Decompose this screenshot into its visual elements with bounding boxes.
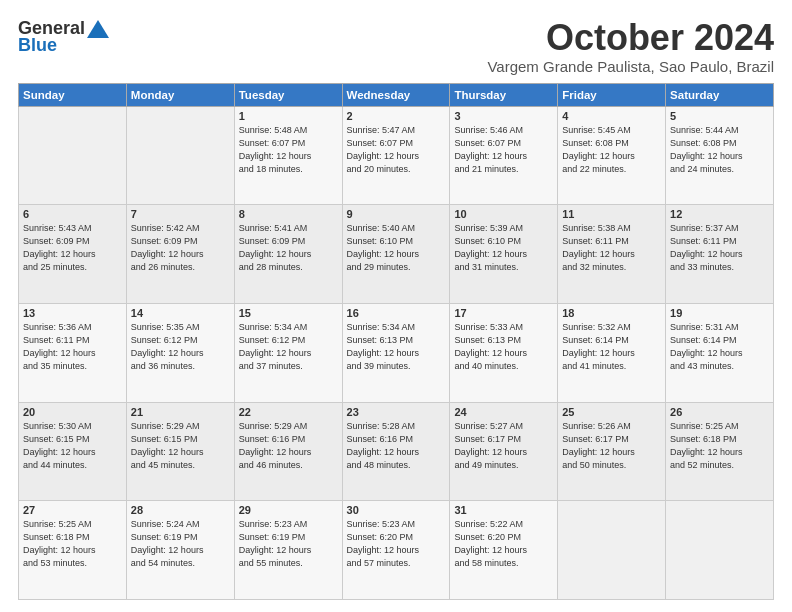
day-cell: 4Sunrise: 5:45 AM Sunset: 6:08 PM Daylig… (558, 106, 666, 205)
day-info: Sunrise: 5:31 AM Sunset: 6:14 PM Dayligh… (670, 321, 769, 373)
day-cell: 17Sunrise: 5:33 AM Sunset: 6:13 PM Dayli… (450, 303, 558, 402)
week-row-3: 13Sunrise: 5:36 AM Sunset: 6:11 PM Dayli… (19, 303, 774, 402)
day-cell: 15Sunrise: 5:34 AM Sunset: 6:12 PM Dayli… (234, 303, 342, 402)
day-header-saturday: Saturday (666, 83, 774, 106)
day-number: 14 (131, 307, 230, 319)
day-info: Sunrise: 5:42 AM Sunset: 6:09 PM Dayligh… (131, 222, 230, 274)
location-title: Vargem Grande Paulista, Sao Paulo, Brazi… (487, 58, 774, 75)
calendar-header-row: SundayMondayTuesdayWednesdayThursdayFrid… (19, 83, 774, 106)
day-number: 24 (454, 406, 553, 418)
day-cell: 12Sunrise: 5:37 AM Sunset: 6:11 PM Dayli… (666, 205, 774, 304)
svg-marker-0 (87, 20, 109, 38)
day-number: 11 (562, 208, 661, 220)
day-cell: 16Sunrise: 5:34 AM Sunset: 6:13 PM Dayli… (342, 303, 450, 402)
day-number: 17 (454, 307, 553, 319)
day-cell (666, 501, 774, 600)
day-info: Sunrise: 5:35 AM Sunset: 6:12 PM Dayligh… (131, 321, 230, 373)
day-info: Sunrise: 5:25 AM Sunset: 6:18 PM Dayligh… (670, 420, 769, 472)
day-cell: 3Sunrise: 5:46 AM Sunset: 6:07 PM Daylig… (450, 106, 558, 205)
calendar-table: SundayMondayTuesdayWednesdayThursdayFrid… (18, 83, 774, 600)
logo-icon (87, 20, 109, 38)
day-cell: 11Sunrise: 5:38 AM Sunset: 6:11 PM Dayli… (558, 205, 666, 304)
day-cell: 14Sunrise: 5:35 AM Sunset: 6:12 PM Dayli… (126, 303, 234, 402)
day-cell: 25Sunrise: 5:26 AM Sunset: 6:17 PM Dayli… (558, 402, 666, 501)
day-info: Sunrise: 5:47 AM Sunset: 6:07 PM Dayligh… (347, 124, 446, 176)
day-cell: 19Sunrise: 5:31 AM Sunset: 6:14 PM Dayli… (666, 303, 774, 402)
week-row-1: 1Sunrise: 5:48 AM Sunset: 6:07 PM Daylig… (19, 106, 774, 205)
day-cell: 9Sunrise: 5:40 AM Sunset: 6:10 PM Daylig… (342, 205, 450, 304)
day-number: 27 (23, 504, 122, 516)
day-cell: 28Sunrise: 5:24 AM Sunset: 6:19 PM Dayli… (126, 501, 234, 600)
day-info: Sunrise: 5:23 AM Sunset: 6:19 PM Dayligh… (239, 518, 338, 570)
day-cell: 2Sunrise: 5:47 AM Sunset: 6:07 PM Daylig… (342, 106, 450, 205)
day-number: 28 (131, 504, 230, 516)
day-number: 16 (347, 307, 446, 319)
day-cell: 21Sunrise: 5:29 AM Sunset: 6:15 PM Dayli… (126, 402, 234, 501)
day-number: 3 (454, 110, 553, 122)
day-info: Sunrise: 5:24 AM Sunset: 6:19 PM Dayligh… (131, 518, 230, 570)
month-title: October 2024 (487, 18, 774, 58)
day-info: Sunrise: 5:30 AM Sunset: 6:15 PM Dayligh… (23, 420, 122, 472)
day-number: 1 (239, 110, 338, 122)
day-number: 4 (562, 110, 661, 122)
day-info: Sunrise: 5:34 AM Sunset: 6:12 PM Dayligh… (239, 321, 338, 373)
day-number: 31 (454, 504, 553, 516)
title-section: October 2024 Vargem Grande Paulista, Sao… (487, 18, 774, 75)
day-cell: 26Sunrise: 5:25 AM Sunset: 6:18 PM Dayli… (666, 402, 774, 501)
day-info: Sunrise: 5:33 AM Sunset: 6:13 PM Dayligh… (454, 321, 553, 373)
day-cell: 6Sunrise: 5:43 AM Sunset: 6:09 PM Daylig… (19, 205, 127, 304)
day-number: 20 (23, 406, 122, 418)
day-header-monday: Monday (126, 83, 234, 106)
day-header-thursday: Thursday (450, 83, 558, 106)
day-info: Sunrise: 5:26 AM Sunset: 6:17 PM Dayligh… (562, 420, 661, 472)
day-info: Sunrise: 5:36 AM Sunset: 6:11 PM Dayligh… (23, 321, 122, 373)
day-number: 13 (23, 307, 122, 319)
day-info: Sunrise: 5:28 AM Sunset: 6:16 PM Dayligh… (347, 420, 446, 472)
day-info: Sunrise: 5:38 AM Sunset: 6:11 PM Dayligh… (562, 222, 661, 274)
week-row-4: 20Sunrise: 5:30 AM Sunset: 6:15 PM Dayli… (19, 402, 774, 501)
logo: General Blue (18, 18, 109, 56)
day-cell (126, 106, 234, 205)
day-number: 10 (454, 208, 553, 220)
day-cell: 23Sunrise: 5:28 AM Sunset: 6:16 PM Dayli… (342, 402, 450, 501)
day-info: Sunrise: 5:39 AM Sunset: 6:10 PM Dayligh… (454, 222, 553, 274)
day-info: Sunrise: 5:29 AM Sunset: 6:15 PM Dayligh… (131, 420, 230, 472)
day-cell: 31Sunrise: 5:22 AM Sunset: 6:20 PM Dayli… (450, 501, 558, 600)
day-cell: 5Sunrise: 5:44 AM Sunset: 6:08 PM Daylig… (666, 106, 774, 205)
day-number: 29 (239, 504, 338, 516)
day-cell: 13Sunrise: 5:36 AM Sunset: 6:11 PM Dayli… (19, 303, 127, 402)
day-cell: 8Sunrise: 5:41 AM Sunset: 6:09 PM Daylig… (234, 205, 342, 304)
day-number: 2 (347, 110, 446, 122)
day-header-tuesday: Tuesday (234, 83, 342, 106)
day-cell (19, 106, 127, 205)
day-info: Sunrise: 5:23 AM Sunset: 6:20 PM Dayligh… (347, 518, 446, 570)
day-info: Sunrise: 5:46 AM Sunset: 6:07 PM Dayligh… (454, 124, 553, 176)
day-number: 12 (670, 208, 769, 220)
day-info: Sunrise: 5:34 AM Sunset: 6:13 PM Dayligh… (347, 321, 446, 373)
day-number: 6 (23, 208, 122, 220)
day-cell: 1Sunrise: 5:48 AM Sunset: 6:07 PM Daylig… (234, 106, 342, 205)
day-info: Sunrise: 5:44 AM Sunset: 6:08 PM Dayligh… (670, 124, 769, 176)
day-cell: 7Sunrise: 5:42 AM Sunset: 6:09 PM Daylig… (126, 205, 234, 304)
day-number: 15 (239, 307, 338, 319)
day-info: Sunrise: 5:22 AM Sunset: 6:20 PM Dayligh… (454, 518, 553, 570)
day-cell: 30Sunrise: 5:23 AM Sunset: 6:20 PM Dayli… (342, 501, 450, 600)
day-info: Sunrise: 5:29 AM Sunset: 6:16 PM Dayligh… (239, 420, 338, 472)
day-info: Sunrise: 5:41 AM Sunset: 6:09 PM Dayligh… (239, 222, 338, 274)
day-info: Sunrise: 5:37 AM Sunset: 6:11 PM Dayligh… (670, 222, 769, 274)
day-number: 25 (562, 406, 661, 418)
day-number: 30 (347, 504, 446, 516)
day-cell: 24Sunrise: 5:27 AM Sunset: 6:17 PM Dayli… (450, 402, 558, 501)
day-number: 26 (670, 406, 769, 418)
day-number: 9 (347, 208, 446, 220)
day-header-friday: Friday (558, 83, 666, 106)
day-header-sunday: Sunday (19, 83, 127, 106)
day-cell: 27Sunrise: 5:25 AM Sunset: 6:18 PM Dayli… (19, 501, 127, 600)
day-cell: 18Sunrise: 5:32 AM Sunset: 6:14 PM Dayli… (558, 303, 666, 402)
day-number: 19 (670, 307, 769, 319)
day-cell (558, 501, 666, 600)
day-cell: 22Sunrise: 5:29 AM Sunset: 6:16 PM Dayli… (234, 402, 342, 501)
day-number: 18 (562, 307, 661, 319)
day-info: Sunrise: 5:25 AM Sunset: 6:18 PM Dayligh… (23, 518, 122, 570)
week-row-5: 27Sunrise: 5:25 AM Sunset: 6:18 PM Dayli… (19, 501, 774, 600)
